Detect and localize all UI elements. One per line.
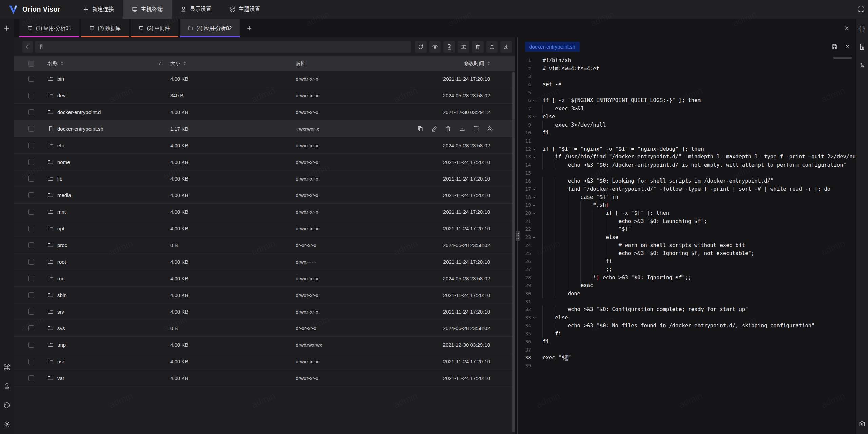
- download-button[interactable]: [500, 41, 512, 53]
- row-name[interactable]: etc: [57, 143, 64, 148]
- table-row[interactable]: docker-entrypoint.d4.00 KBdrwxr-xr-x2021…: [14, 104, 515, 120]
- file-plus-button[interactable]: [443, 41, 455, 53]
- editor-file-tag[interactable]: docker-entrypoint.sh: [525, 42, 580, 52]
- table-row[interactable]: media4.00 KBdrwxr-xr-x2021-11-24 17:20:1…: [14, 187, 515, 204]
- refresh-button[interactable]: [415, 41, 427, 53]
- fold-chevron-icon[interactable]: [531, 209, 537, 218]
- session-tab[interactable]: (3) 中间件: [131, 19, 178, 37]
- row-checkbox[interactable]: [28, 226, 34, 231]
- back-button[interactable]: [22, 41, 33, 53]
- new-tab-button[interactable]: [2, 23, 12, 33]
- fold-chevron-icon[interactable]: [531, 201, 537, 209]
- row-name[interactable]: home: [57, 159, 70, 165]
- row-name[interactable]: docker-entrypoint.d: [57, 109, 101, 115]
- table-row[interactable]: proc0 Bdr-xr-xr-x2024-05-28 23:58:02: [14, 237, 515, 253]
- table-row[interactable]: sbin4.00 KBdrwxr-xr-x2021-11-24 17:20:10: [14, 287, 515, 303]
- fold-chevron-icon[interactable]: [531, 113, 537, 121]
- session-tab[interactable]: (4) 应用-分析02: [180, 19, 240, 37]
- path-input[interactable]: [44, 41, 411, 53]
- row-checkbox[interactable]: [28, 159, 34, 165]
- table-row[interactable]: lib4.00 KBdrwxr-xr-x2021-11-24 17:20:10: [14, 170, 515, 187]
- filter-icon[interactable]: [157, 61, 162, 66]
- menu-item[interactable]: 主题设置: [220, 0, 269, 19]
- add-tab-button[interactable]: [241, 19, 257, 37]
- fold-chevron-icon[interactable]: [531, 314, 537, 322]
- rail-palette-button[interactable]: [2, 400, 12, 410]
- file-list-scrollbar[interactable]: [512, 72, 515, 432]
- eye-button[interactable]: [429, 41, 441, 53]
- editor-close-button[interactable]: [842, 41, 852, 52]
- row-name[interactable]: run: [57, 276, 65, 281]
- fold-chevron-icon[interactable]: [531, 185, 537, 193]
- rail-sort-vertical-button[interactable]: [857, 60, 867, 70]
- save-button[interactable]: [829, 41, 840, 52]
- upload-button[interactable]: [486, 41, 498, 53]
- row-checkbox[interactable]: [28, 375, 34, 381]
- fold-chevron-icon[interactable]: [531, 153, 537, 161]
- row-name[interactable]: opt: [57, 226, 64, 231]
- row-checkbox[interactable]: [28, 342, 34, 348]
- fold-chevron-icon[interactable]: [531, 193, 537, 202]
- row-name[interactable]: tmp: [57, 342, 66, 348]
- table-row[interactable]: mnt4.00 KBdrwxr-xr-x2021-11-24 17:20:10: [14, 204, 515, 220]
- row-name[interactable]: usr: [57, 359, 64, 364]
- menu-item[interactable]: 新建连接: [74, 0, 123, 19]
- row-permission-button[interactable]: [487, 125, 493, 132]
- rail-doc-bookmark-button[interactable]: [857, 41, 867, 52]
- row-checkbox[interactable]: [28, 309, 34, 315]
- fold-chevron-icon[interactable]: [531, 97, 537, 105]
- row-name[interactable]: dev: [57, 93, 65, 98]
- row-checkbox[interactable]: [28, 143, 34, 148]
- folder-plus-button[interactable]: [458, 41, 469, 53]
- app-logo[interactable]: Orion Visor: [0, 4, 60, 15]
- row-name[interactable]: lib: [57, 176, 62, 182]
- table-row[interactable]: usr4.00 KBdrwxr-xr-x2021-11-24 17:20:10: [14, 353, 515, 370]
- row-checkbox[interactable]: [28, 242, 34, 248]
- table-row[interactable]: bin4.00 KBdrwxr-xr-x2021-11-24 17:20:10: [14, 71, 515, 87]
- fullscreen-button[interactable]: [855, 3, 867, 15]
- row-name[interactable]: docker-entrypoint.sh: [57, 126, 103, 132]
- menu-item[interactable]: 显示设置: [172, 0, 220, 19]
- menu-item[interactable]: 主机终端: [123, 0, 172, 19]
- row-checkbox[interactable]: [28, 76, 34, 82]
- row-checkbox[interactable]: [28, 276, 34, 281]
- row-copy-button[interactable]: [417, 125, 424, 132]
- table-row[interactable]: etc4.00 KBdrwxr-xr-x2024-05-28 23:58:02: [14, 137, 515, 154]
- splitter-grip-icon[interactable]: [516, 231, 520, 241]
- row-checkbox[interactable]: [28, 176, 34, 182]
- row-checkbox[interactable]: [28, 192, 34, 198]
- rail-gear-button[interactable]: [2, 419, 12, 429]
- trash-button[interactable]: [472, 41, 484, 53]
- code-editor[interactable]: 1#!/bin/sh2# vim:sw=4:ts=4:et34set -e56i…: [520, 56, 856, 434]
- table-row[interactable]: srv4.00 KBdrwxr-xr-x2021-11-24 17:20:10: [14, 303, 515, 320]
- table-row[interactable]: opt4.00 KBdrwxr-xr-x2021-11-24 17:20:10: [14, 220, 515, 237]
- row-name[interactable]: var: [57, 375, 64, 381]
- table-row[interactable]: dev340 Bdrwxr-xr-x2024-05-28 23:58:02: [14, 87, 515, 104]
- sort-size-control[interactable]: [183, 61, 186, 65]
- row-checkbox[interactable]: [28, 359, 34, 364]
- sort-mtime-control[interactable]: [487, 61, 490, 65]
- session-tab[interactable]: (1) 应用-分析01: [19, 19, 79, 37]
- table-row[interactable]: root4.00 KBdrwx------2021-11-24 17:20:10: [14, 253, 515, 270]
- sort-name-control[interactable]: [61, 61, 63, 65]
- fold-chevron-icon[interactable]: [531, 145, 537, 153]
- rail-command-button[interactable]: [2, 362, 12, 372]
- row-name[interactable]: proc: [57, 242, 67, 248]
- table-row[interactable]: var4.00 KBdrwxr-xr-x2021-11-24 17:20:10: [14, 370, 515, 386]
- fold-chevron-icon[interactable]: [531, 233, 537, 242]
- rail-camera-button[interactable]: [857, 418, 867, 429]
- panel-splitter[interactable]: [515, 37, 520, 434]
- editor-scrollbar[interactable]: [833, 57, 852, 59]
- select-all-checkbox[interactable]: [28, 61, 34, 67]
- table-row[interactable]: tmp4.00 KBdrwxrwxrwx2021-12-30 03:29:10: [14, 337, 515, 353]
- close-all-button[interactable]: [842, 23, 852, 33]
- row-name[interactable]: mnt: [57, 209, 66, 215]
- row-name[interactable]: media: [57, 192, 71, 198]
- row-name[interactable]: sbin: [57, 292, 67, 298]
- row-checkbox[interactable]: [28, 93, 34, 98]
- row-delete-button[interactable]: [445, 125, 452, 132]
- row-checkbox[interactable]: [28, 292, 34, 298]
- row-download-button[interactable]: [459, 125, 466, 132]
- row-name[interactable]: bin: [57, 76, 64, 82]
- table-row[interactable]: sys0 Bdr-xr-xr-x2024-05-28 23:58:02: [14, 320, 515, 337]
